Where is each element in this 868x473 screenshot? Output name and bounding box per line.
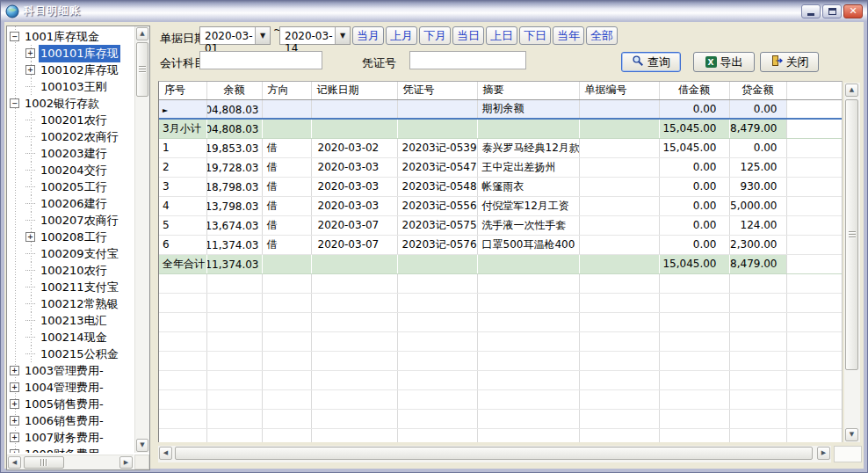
table-row[interactable]: 4013,798.03借2020-03-0320203记-0556付倪堂军12月… — [159, 196, 843, 215]
column-header[interactable]: 贷金额 — [729, 82, 786, 99]
tree-item[interactable]: +100101库存现 — [7, 45, 134, 62]
table-row[interactable]: ►004,808.03期初余额0.000.00 — [159, 99, 843, 119]
tree-item[interactable]: −1001库存现金 — [7, 28, 134, 45]
tree-item[interactable]: 100214现金 — [7, 329, 134, 346]
table-row[interactable]: 6011,374.03借2020-03-0720203记-0576口罩500耳温… — [159, 235, 843, 254]
tree-item[interactable]: 100204交行 — [7, 162, 134, 178]
chevron-down-icon[interactable]: ▼ — [255, 27, 270, 44]
scrollbar-thumb[interactable] — [136, 42, 148, 97]
tree-vertical-scrollbar[interactable]: ▲ ▼ — [134, 26, 149, 453]
table-row[interactable]: 3018,798.03借2020-03-0320203记-0548帐篷雨衣0.0… — [159, 177, 843, 196]
tree-item[interactable]: 100213电汇 — [7, 312, 134, 329]
table-row[interactable]: 2019,728.03借2020-03-0320203记-0547王中定出差扬州… — [159, 157, 843, 177]
title-bar[interactable]: 科目明细账 ✕ — [1, 1, 867, 21]
expand-icon[interactable]: + — [25, 65, 35, 75]
table-row[interactable]: 全年合计011,374.0315,045.008,479.00 — [159, 254, 843, 273]
table-horizontal-scrollbar[interactable]: ◀ ▶ — [158, 446, 831, 462]
column-header[interactable]: 记账日期 — [311, 82, 397, 99]
table-row[interactable]: 3月小计004,808.0315,045.008,479.00 — [159, 119, 843, 138]
range-button-6[interactable]: 当年 — [553, 26, 584, 45]
table-row[interactable]: 1019,853.03借2020-03-0220203记-0539泰兴罗马经典1… — [159, 138, 843, 157]
scrollbar-thumb[interactable] — [845, 99, 858, 370]
tree-item[interactable]: 100215公积金 — [7, 346, 134, 362]
expand-icon[interactable]: + — [10, 449, 19, 453]
table-row-empty — [159, 351, 843, 370]
expand-icon[interactable]: + — [10, 416, 19, 426]
voucher-input[interactable] — [409, 51, 526, 69]
range-button-3[interactable]: 当日 — [452, 26, 484, 45]
expand-icon[interactable]: + — [25, 48, 35, 58]
query-button[interactable]: 查询 — [621, 52, 681, 72]
column-header[interactable]: 摘要 — [477, 82, 579, 99]
range-button-5[interactable]: 下日 — [519, 26, 551, 45]
column-header[interactable]: 单据编号 — [579, 82, 659, 99]
scroll-left-icon[interactable]: ◀ — [8, 456, 21, 469]
date-to-picker[interactable]: 2020-03-14 ▼ — [279, 26, 351, 45]
range-button-2[interactable]: 下月 — [419, 26, 451, 45]
scroll-down-icon[interactable]: ▼ — [845, 428, 858, 441]
tree-item[interactable]: +1008财务费用 — [7, 446, 134, 453]
tree-item[interactable]: +100102库存现 — [7, 62, 134, 78]
column-header[interactable]: 方向 — [262, 82, 311, 99]
table-row-empty — [159, 331, 843, 351]
tree-item[interactable]: 100201农行 — [7, 112, 134, 128]
column-header[interactable]: 借金额 — [659, 82, 729, 99]
collapse-icon[interactable]: − — [10, 98, 19, 108]
scroll-left-icon[interactable]: ◀ — [159, 447, 172, 460]
scroll-up-icon[interactable]: ▲ — [845, 84, 858, 97]
range-button-7[interactable]: 全部 — [586, 26, 618, 45]
tree-item[interactable]: +1003管理费用- — [7, 362, 134, 379]
scroll-up-icon[interactable]: ▲ — [136, 27, 148, 40]
tree-horizontal-scrollbar[interactable]: ◀ ▶ — [7, 455, 134, 469]
table-row[interactable]: 5013,674.03借2020-03-0720203记-0575洗手液一次性手… — [159, 215, 843, 235]
tree-item[interactable]: 100212常熟银 — [7, 295, 134, 312]
table-cell — [397, 119, 477, 138]
column-header[interactable]: 凭证号 — [397, 82, 477, 99]
tree-item[interactable]: +100208工行 — [7, 229, 134, 245]
tree-item[interactable]: +1006销售费用- — [7, 412, 134, 429]
export-button[interactable]: 导出 — [693, 52, 755, 72]
tree-item[interactable]: 100211支付宝 — [7, 279, 134, 295]
minimize-button[interactable] — [801, 4, 821, 18]
column-header[interactable]: 余额 — [206, 82, 262, 99]
expand-icon[interactable]: + — [10, 382, 19, 392]
tree-item[interactable]: +1004管理费用- — [7, 379, 134, 396]
scrollbar-thumb[interactable] — [24, 456, 64, 469]
collapse-icon[interactable]: − — [10, 32, 19, 41]
expand-icon[interactable]: + — [10, 399, 19, 409]
table-cell — [579, 99, 659, 119]
expand-icon[interactable]: + — [10, 433, 19, 442]
tree-item[interactable]: −1002银行存款 — [7, 95, 134, 112]
tree-item[interactable]: 100103王刚 — [7, 78, 134, 95]
subject-input[interactable] — [199, 51, 322, 69]
maximize-button[interactable] — [822, 4, 842, 18]
close-window-button[interactable]: ✕ — [843, 4, 863, 18]
table-cell: 018,798.03 — [206, 177, 262, 196]
range-button-0[interactable]: 当月 — [352, 26, 384, 45]
tree-item[interactable]: 100210农行 — [7, 262, 134, 279]
tree-item[interactable]: 100206建行 — [7, 195, 134, 212]
table-cell: 20203记-0548 — [397, 177, 477, 196]
scroll-right-icon[interactable]: ▶ — [817, 447, 830, 460]
table-vertical-scrollbar[interactable]: ▲ ▼ — [844, 83, 860, 442]
expand-icon[interactable]: + — [10, 366, 19, 375]
tree-item[interactable]: 100207农商行 — [7, 212, 134, 229]
tree-item[interactable]: +1005销售费用- — [7, 396, 134, 412]
scrollbar-thumb[interactable] — [175, 447, 813, 460]
expand-icon[interactable]: + — [25, 232, 35, 242]
tree-item-label: 100101库存现 — [39, 45, 120, 62]
date-from-picker[interactable]: 2020-03-01 ▼ — [199, 26, 271, 45]
tree-item[interactable]: 100209支付宝 — [7, 245, 134, 262]
scroll-down-icon[interactable]: ▼ — [136, 439, 148, 452]
chevron-down-icon[interactable]: ▼ — [335, 27, 350, 44]
column-header[interactable]: 序号 — [159, 82, 206, 99]
column-header[interactable] — [786, 82, 843, 99]
tree-item[interactable]: +1007财务费用- — [7, 429, 134, 446]
range-button-1[interactable]: 上月 — [386, 26, 417, 45]
tree-item[interactable]: 100203建行 — [7, 145, 134, 162]
scroll-right-icon[interactable]: ▶ — [119, 456, 133, 469]
close-button[interactable]: 关闭 — [760, 52, 819, 72]
tree-item[interactable]: 100205工行 — [7, 178, 134, 195]
range-button-4[interactable]: 上日 — [486, 26, 517, 45]
tree-item[interactable]: 100202农商行 — [7, 128, 134, 145]
